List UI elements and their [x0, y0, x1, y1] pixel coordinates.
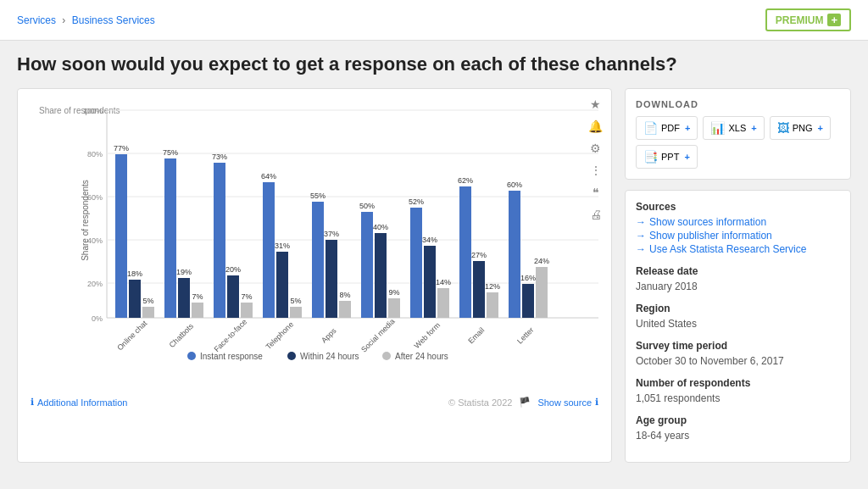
svg-text:Online chat: Online chat: [115, 319, 149, 353]
download-pdf-button[interactable]: 📄 PDF +: [636, 116, 698, 140]
bar[interactable]: [388, 298, 400, 318]
bar[interactable]: [164, 158, 176, 318]
bar[interactable]: [487, 292, 498, 318]
xls-label: XLS: [728, 123, 746, 133]
download-ppt-button[interactable]: 📑 PPT +: [636, 145, 698, 169]
chart-svg: 100% 80% 60% 40% 20% 0% Share of respond…: [73, 102, 598, 364]
ppt-label: PPT: [661, 152, 679, 162]
show-publisher-link[interactable]: → Show publisher information: [636, 230, 840, 242]
ppt-icon: 📑: [643, 150, 658, 164]
show-sources-link[interactable]: → Show sources information: [636, 216, 840, 228]
svg-text:5%: 5%: [142, 297, 153, 305]
svg-text:Letter: Letter: [515, 325, 535, 345]
png-plus: +: [818, 123, 823, 133]
show-source-link[interactable]: Show source ℹ: [537, 397, 598, 408]
page-title: How soon would you expect to get a respo…: [17, 53, 851, 75]
age-group-title: Age group: [636, 414, 840, 426]
svg-point-50: [187, 352, 196, 360]
svg-text:Apps: Apps: [320, 326, 338, 345]
svg-text:60%: 60%: [507, 181, 522, 189]
region-section: Region United States: [636, 303, 840, 330]
survey-time-section: Survey time period October 30 to Novembe…: [636, 340, 840, 367]
svg-text:31%: 31%: [275, 242, 290, 250]
bar[interactable]: [276, 252, 288, 318]
bar[interactable]: [437, 288, 449, 318]
bar[interactable]: [241, 303, 253, 318]
svg-text:64%: 64%: [261, 172, 276, 181]
release-date-title: Release date: [636, 265, 840, 277]
bar[interactable]: [178, 278, 190, 318]
page-content: How soon would you expect to get a respo…: [0, 41, 868, 475]
bar[interactable]: [214, 163, 225, 318]
bar[interactable]: [326, 240, 337, 318]
arrow-icon-1: →: [636, 216, 646, 228]
breadcrumb-business-services[interactable]: Business Services: [72, 14, 155, 26]
pdf-plus: +: [685, 123, 690, 133]
sidebar: DOWNLOAD 📄 PDF + 📊 XLS + 🖼 PNG: [625, 88, 851, 463]
additional-info-label: Additional Information: [37, 397, 127, 408]
bar[interactable]: [509, 191, 520, 318]
premium-label: PREMIUM: [776, 14, 824, 26]
bar[interactable]: [361, 212, 373, 318]
svg-text:34%: 34%: [422, 236, 437, 244]
svg-text:75%: 75%: [163, 148, 178, 157]
survey-time-value: October 30 to November 6, 2017: [636, 355, 840, 367]
bar[interactable]: [290, 307, 302, 318]
svg-text:20%: 20%: [87, 280, 103, 288]
svg-text:50%: 50%: [359, 202, 375, 210]
age-group-section: Age group 18-64 years: [636, 414, 840, 442]
svg-text:Web form: Web form: [413, 321, 442, 351]
xls-icon: 📊: [710, 121, 725, 135]
download-buttons: 📄 PDF + 📊 XLS + 🖼 PNG +: [636, 116, 840, 169]
png-icon: 🖼: [777, 121, 789, 135]
bar[interactable]: [410, 208, 422, 318]
download-png-button[interactable]: 🖼 PNG +: [770, 116, 831, 140]
premium-plus: +: [827, 14, 841, 26]
svg-text:0%: 0%: [92, 314, 103, 323]
show-sources-label: Show sources information: [649, 216, 766, 228]
svg-text:Chatbots: Chatbots: [168, 321, 196, 349]
svg-text:Email: Email: [466, 325, 486, 345]
svg-text:Share of respondents: Share of respondents: [81, 180, 90, 261]
bar[interactable]: [424, 246, 436, 318]
svg-text:Social media: Social media: [359, 317, 397, 354]
bar[interactable]: [142, 307, 154, 318]
breadcrumb-services[interactable]: Services: [17, 14, 56, 26]
svg-text:40%: 40%: [373, 223, 388, 231]
additional-info-link[interactable]: ℹ Additional Information: [31, 397, 127, 408]
svg-text:80%: 80%: [87, 150, 103, 158]
bar[interactable]: [312, 202, 324, 318]
bar[interactable]: [459, 186, 471, 318]
premium-button[interactable]: PREMIUM +: [765, 8, 851, 31]
bar[interactable]: [227, 275, 239, 318]
bar[interactable]: [473, 261, 485, 318]
svg-text:100%: 100%: [83, 107, 103, 115]
info-icon-2: ℹ: [595, 397, 598, 408]
download-title: DOWNLOAD: [636, 99, 840, 109]
bar[interactable]: [536, 267, 548, 318]
svg-text:24%: 24%: [534, 257, 549, 265]
svg-text:55%: 55%: [310, 192, 326, 200]
ask-statista-link[interactable]: → Use Ask Statista Research Service: [636, 243, 840, 255]
release-date-value: January 2018: [636, 281, 840, 292]
bar[interactable]: [129, 280, 141, 318]
svg-text:Telephone: Telephone: [264, 320, 295, 351]
respondents-section: Number of respondents 1,051 respondents: [636, 377, 840, 404]
breadcrumb-separator: ›: [62, 14, 65, 26]
svg-text:7%: 7%: [192, 292, 203, 301]
breadcrumb: Services › Business Services: [17, 14, 155, 26]
info-box: Sources → Show sources information → Sho…: [625, 190, 851, 463]
bar[interactable]: [115, 154, 127, 318]
svg-text:Face-to-face: Face-to-face: [212, 317, 248, 353]
download-xls-button[interactable]: 📊 XLS +: [703, 116, 764, 140]
bar[interactable]: [263, 182, 275, 318]
bar[interactable]: [192, 303, 203, 318]
xls-plus: +: [751, 123, 756, 133]
svg-text:73%: 73%: [212, 153, 227, 161]
bar[interactable]: [375, 233, 387, 318]
bar[interactable]: [522, 284, 534, 318]
svg-text:12%: 12%: [485, 282, 500, 291]
svg-text:52%: 52%: [409, 197, 424, 206]
svg-point-51: [287, 352, 296, 360]
bar[interactable]: [339, 301, 351, 318]
